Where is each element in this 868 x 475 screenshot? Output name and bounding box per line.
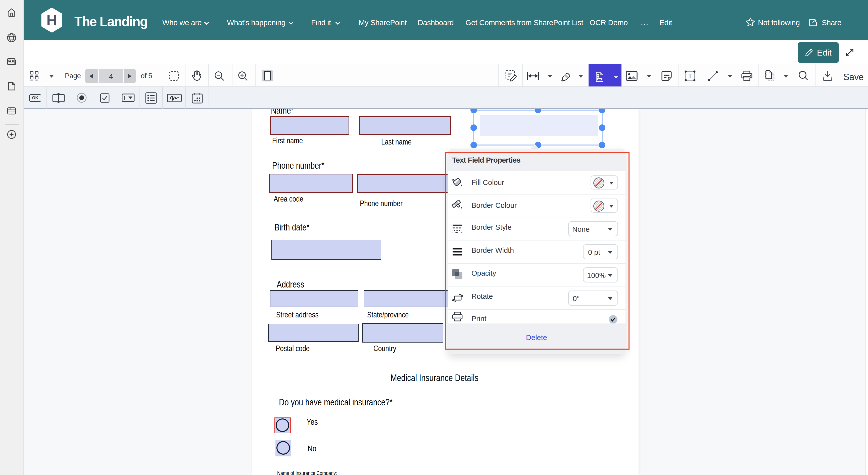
svg-text:T: T — [688, 72, 692, 80]
svg-text:H: H — [46, 12, 57, 28]
